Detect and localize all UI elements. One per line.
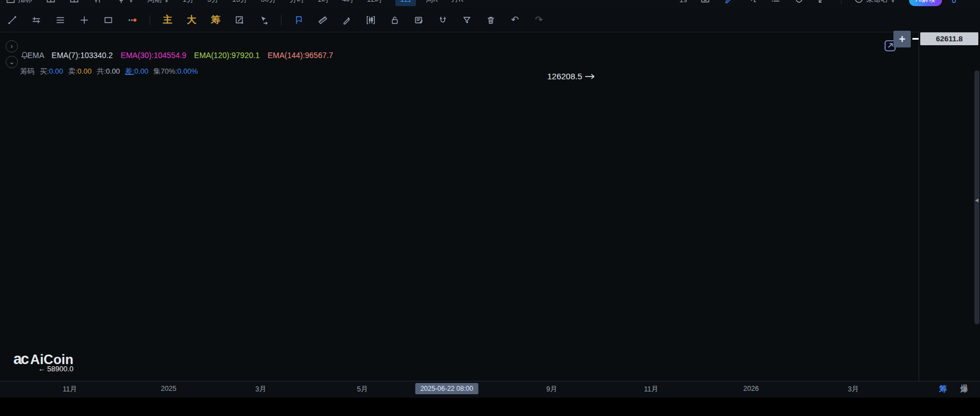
candle-body [449,151,452,159]
candle-body [396,123,399,135]
candle-body [668,153,671,164]
drawn-trendline-white[interactable] [0,252,40,295]
fullscreen-icon[interactable] [818,0,828,6]
note-tool[interactable] [412,13,426,27]
chips-stat: 共:0.00 [97,66,120,76]
rectangle-tool[interactable] [102,13,115,27]
main-chart-toggle[interactable]: 主 [161,13,174,26]
draw-mode-icon[interactable] [724,0,734,6]
indicator-icon [6,0,16,6]
shield-icon[interactable] [794,0,804,6]
drawn-trendline-gray[interactable] [394,85,473,122]
collapse-panel-button[interactable]: › [6,40,18,52]
candle-type-icon[interactable]: ∨ [116,0,134,6]
candle-body [641,106,644,116]
filter-tool[interactable] [460,13,474,27]
indicator-collapse-button[interactable]: ⌄ [6,56,18,68]
period-1m[interactable]: 1分 [183,0,194,4]
unlock-tool[interactable] [388,13,401,27]
period-1mo[interactable]: 月K [451,0,463,4]
period-fenshi[interactable]: 分时 [289,0,304,4]
template-menu[interactable]: 未命名∨ [854,0,896,6]
share-link-icon[interactable] [951,0,961,6]
candle-body [83,195,85,212]
edit-order-tool[interactable] [233,13,246,27]
purple-box[interactable] [99,171,256,194]
cross-line-tool[interactable] [78,13,91,27]
magnet-tool[interactable] [436,13,450,27]
period-5m[interactable]: 5分 [207,0,218,4]
bar-measure-tool[interactable] [364,13,377,27]
indicator-name[interactable]: EMA [27,51,44,60]
drawn-trendline-dashed[interactable] [145,137,289,224]
period-1w[interactable]: 周K [426,0,438,4]
compare-icon[interactable] [93,0,103,6]
delete-tool[interactable] [484,13,498,27]
drawn-trendline-gray[interactable] [315,100,577,232]
drawn-line-blue-dotted[interactable] [395,125,451,133]
horizontal-lines-tool[interactable] [54,13,67,27]
large-view-toggle[interactable]: 大 [185,13,198,26]
layout-icon[interactable] [46,0,56,6]
cursor-tool[interactable] [257,13,270,27]
drawn-trendline-gray[interactable] [611,131,816,362]
time-axis[interactable]: 11月20253月5月2025-06-22 08:009月11月20263月筹爆 [0,381,980,398]
candle-body [663,131,666,164]
indicator-icon[interactable]: 指标 [6,0,32,6]
redo-button[interactable]: ↷ [532,14,546,26]
chevron-down-icon: ∨ [890,0,896,4]
compare-icon [93,0,103,6]
period-menu[interactable]: 周期∨ [147,0,170,4]
period-1h[interactable]: 1时 [317,0,328,4]
chart-area[interactable]: 126208.5← 58900.0 › ⌄ EMA EMA(7):103340.… [0,32,980,381]
trend-line-tool[interactable] [6,13,19,27]
bookmark-tool[interactable] [292,13,305,27]
pen-tool[interactable] [340,13,353,27]
period-30m[interactable]: 30分 [261,0,276,4]
candle-body [293,258,295,270]
bottom-tab-筹[interactable]: 筹 [939,384,947,394]
drawn-trendline-white[interactable] [102,136,145,169]
period-1d[interactable]: 1日 [395,0,415,6]
ai-explain-button[interactable]: AI解读 [909,0,942,6]
drawn-flag-red[interactable] [447,128,468,135]
candle-body [365,174,368,190]
drawn-flag-red[interactable] [447,138,468,145]
grid-icon[interactable] [69,0,79,6]
ema-line-ema120 [0,121,864,381]
candle-body [419,140,422,155]
drawn-trendline-dashed[interactable] [563,79,595,117]
period-4h[interactable]: 4时 [342,0,353,4]
candle-body [491,116,494,122]
candle-body [143,134,146,141]
drawn-trendline-dashed[interactable] [408,136,433,167]
drawn-trendline-white[interactable] [87,201,166,225]
add-window-icon[interactable] [747,0,757,6]
drawn-zigzag-white[interactable] [309,78,859,364]
drawn-trendline-gray[interactable] [690,174,780,192]
bottom-tab-爆[interactable]: 爆 [960,384,968,394]
list-icon[interactable] [771,0,781,6]
brush-color-tool[interactable] [126,13,139,27]
candle-body [833,321,836,336]
price-level-badge: 62611.8 [920,32,978,45]
drawn-trendline-white[interactable] [190,214,296,274]
parallel-channel-tool[interactable] [30,13,43,27]
undo-button[interactable]: ↶ [508,14,522,26]
period-15m[interactable]: 15分 [232,0,247,4]
high-annotation: 126208.5 [547,71,582,81]
period-12h[interactable]: 12时 [367,0,382,4]
candle-body [156,168,159,180]
ruler-tool[interactable] [316,13,329,27]
candle-body [863,296,866,307]
candle-body [436,154,438,161]
chips-toggle[interactable]: 筹 [209,13,222,26]
snapshot-icon[interactable] [700,0,710,6]
candle-body [54,264,56,281]
axis-scrollbar[interactable]: ◀ [974,70,979,324]
price-axis[interactable]: ◀ 125660.1112697.8101072.690646.681296.1… [919,32,980,381]
period-1s[interactable]: 1s [679,0,687,4]
drawn-trendline-white[interactable] [200,130,290,195]
plot-region[interactable] [0,32,869,381]
label: 12时 [367,0,382,4]
